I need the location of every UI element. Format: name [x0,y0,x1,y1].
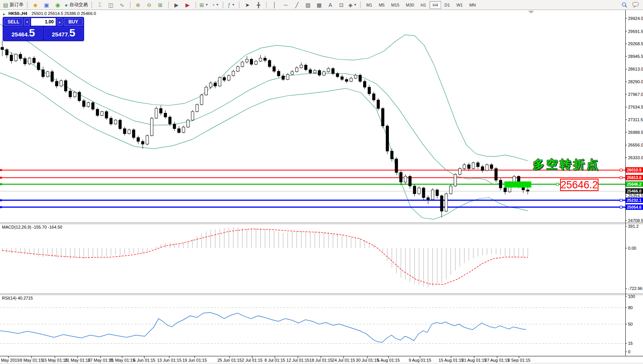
svg-text:2 May 2019: 2 May 2019 [0,358,20,362]
svg-text:21 Aug 01:15: 21 Aug 01:15 [462,358,487,362]
svg-text:0.00: 0.00 [628,246,636,250]
svg-text:26333.0: 26333.0 [628,155,643,160]
buy-price-big-digit: 5 [69,27,75,39]
text-label-icon: ⊡ [339,2,344,8]
toolbar-button-label: 新订单 [10,2,23,8]
volume-decrease-button[interactable]: ▼ [24,18,30,26]
signals-button[interactable]: ◉ [52,1,63,9]
bar-chart-icon: ⌶ [98,2,101,8]
fibonacci-icon: ▦ [317,2,322,8]
pane-separators[interactable] [0,223,643,295]
price-callout-box: 25646.2 [560,179,598,191]
rsi-level-lines [0,308,625,344]
dropdown-caret-icon[interactable]: ▼ [354,3,357,7]
profiles-button[interactable]: ◔▼ [210,1,220,9]
chart-area: 29924.029591.529268.528945.528613.028290… [0,10,643,364]
shapes-button[interactable]: ◈▼ [347,1,358,9]
chart-shift-marker[interactable] [528,11,534,13]
svg-text:391.2: 391.2 [628,224,639,229]
timeframe-w1[interactable]: W1 [453,1,466,9]
toolbar-separator [195,2,196,8]
svg-text:15: 15 [628,341,633,346]
chart-shift-button[interactable]: ▶ [182,1,193,9]
buy-price-main: 25477 [52,28,68,41]
zoom-in-button[interactable]: ⊕ [133,1,144,9]
price-axis[interactable]: 29924.029591.529268.528945.528613.028290… [0,10,643,356]
chart-shift-icon: ▶ [185,2,190,8]
toolbar-separator [168,2,169,8]
horizontal-line-button[interactable]: ─ [280,1,291,9]
buy-button[interactable]: BUY [64,18,83,26]
svg-text:8 May 01:15: 8 May 01:15 [20,358,43,362]
tile-windows-icon: ⊞ [158,2,163,8]
timeframe-m1[interactable]: M1 [363,1,375,9]
svg-text:8 Jul 01:15: 8 Jul 01:15 [264,358,285,362]
sell-button[interactable]: SELL [4,18,23,26]
svg-text:50: 50 [628,322,633,326]
fibonacci-button[interactable]: ▦ [314,1,324,9]
horizontal-lines [0,169,625,208]
svg-text:27634.5: 27634.5 [628,105,643,109]
sell-price[interactable]: 25464 . 5 [4,27,43,40]
dropdown-caret-icon[interactable]: ▼ [205,3,208,7]
crosshair-button[interactable]: ╋ [253,1,264,9]
timeframe-mn[interactable]: MN [466,1,479,9]
volume-increase-button[interactable]: ▲ [57,18,63,26]
timeframe-m30[interactable]: M30 [403,1,417,9]
cursor-button[interactable]: ➤ [242,1,253,9]
new-chart-button[interactable]: ⊞▼ [198,1,210,9]
trendline-button[interactable]: ╱ [291,1,302,9]
collapse-panel-icon[interactable]: ▲ [2,12,5,16]
svg-text:27 Aug 01:15: 27 Aug 01:15 [485,358,510,362]
svg-text:27967.0: 27967.0 [628,92,643,97]
toolbar-separator [130,2,131,8]
timeframe-m15[interactable]: M15 [388,1,402,9]
tile-windows-button[interactable]: ⊞ [155,1,166,9]
sell-price-big-digit: 5 [29,27,35,39]
toolbar-separator [266,2,267,8]
svg-text:27311.5: 27311.5 [628,117,643,122]
svg-text:80: 80 [628,305,633,310]
timeframe-m5[interactable]: M5 [376,1,388,9]
zoom-out-button[interactable]: ⊖ [144,1,155,9]
price-badge-26010.9: 26010.9 [626,167,643,173]
timeframe-h1[interactable]: H1 [418,1,429,9]
window-bottom-strip [0,362,643,364]
metaquotes-button[interactable]: ◆ [30,1,41,9]
indicators-button[interactable]: ƒ▼ [226,1,236,9]
price-badge-25813.8: 25813.8 [626,175,643,180]
price-badge-25232.1: 25232.1 [626,198,643,203]
dropdown-caret-icon[interactable]: ▼ [232,3,235,7]
svg-text:13 Jun 01:15: 13 Jun 01:15 [157,358,182,362]
toolbar-separator [223,2,223,8]
candlestick-chart-button[interactable]: ◫ [106,1,116,9]
time-axis[interactable]: 2 May 20198 May 01:1515 May 01:1521 May … [0,356,531,362]
toolbar-button-label: 自动交易 [69,2,88,8]
svg-text:-722.96: -722.96 [628,286,642,291]
svg-text:100: 100 [628,294,635,299]
timeframe-h4[interactable]: H4 [430,1,441,9]
timeframe-d1[interactable]: D1 [441,1,453,9]
svg-text:2 Sep 01:15: 2 Sep 01:15 [507,358,530,362]
search-icon[interactable] [619,1,630,9]
svg-text:24 Jul 01:15: 24 Jul 01:15 [332,358,355,362]
chat-icon[interactable] [630,1,641,9]
auto-scroll-button[interactable]: ▶ [171,1,182,9]
text-button[interactable]: A [325,1,336,9]
bar-chart-button[interactable]: ⌶ [94,1,105,9]
line-chart-button[interactable]: ∿ [117,1,127,9]
symbol-header: ▲ HK50-,H4 25501.0 25514.5 25386.0 25466… [2,11,96,16]
auto-scroll-icon: ▶ [174,2,179,8]
terminal-button[interactable]: ▣ [41,1,52,9]
volume-input[interactable] [31,18,56,26]
text-label-button[interactable]: ⊡ [336,1,347,9]
vertical-line-button[interactable]: │ [269,1,280,9]
ohlc-values: 25501.0 25514.5 25386.0 25466.0 [31,11,96,16]
metaquotes-icon: ◆ [33,2,38,8]
new-order-button[interactable]: ▤新订单 [2,1,25,9]
autotrading-button[interactable]: ●自动交易 [63,1,89,9]
buy-price[interactable]: 25477 . 5 [44,27,83,40]
dropdown-caret-icon[interactable]: ▼ [216,3,219,7]
equidistant-channel-button[interactable]: ▨ [302,1,313,9]
macd-label: MACD(12,26,9) -155.70 -164.50 [2,225,62,229]
